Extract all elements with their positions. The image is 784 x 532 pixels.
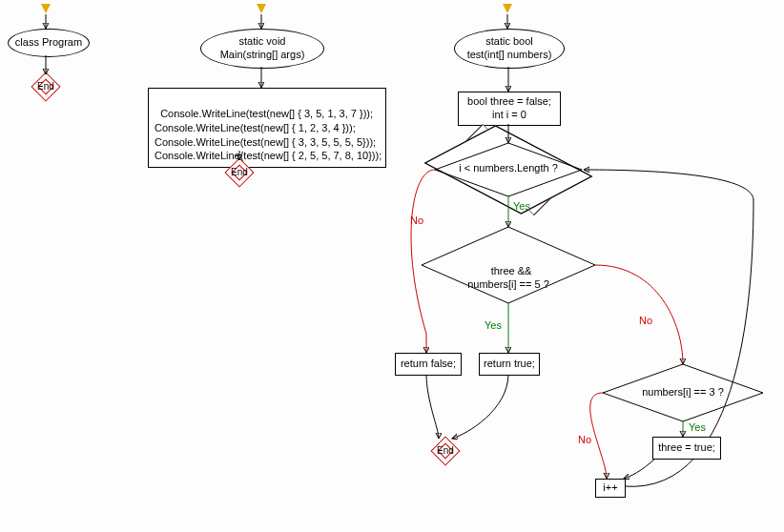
edge-label-no: No [578,434,591,445]
init-text: bool three = false; int i = 0 [467,95,551,122]
process-return-false: return false; [395,353,462,376]
main-signature-label: static void Main(string[] args) [220,35,305,62]
cond1-text: i < numbers.Length ? [459,162,558,174]
decision-cond3-label: numbers[i] == 3 ? [626,386,740,399]
process-main-body: Console.WriteLine(test(new[] { 3, 5, 1, … [148,88,386,168]
end-label: End [231,167,248,177]
cond2-text: three && numbers[i] == 5 ? [467,265,549,290]
process-increment: i++ [595,479,626,498]
edge-label-no: No [639,315,652,326]
end-label: End [437,445,454,456]
process-return-true: return true; [479,353,540,376]
edge-label-yes: Yes [513,200,530,212]
ellipse-test-signature: static bool test(int[] numbers) [454,29,565,69]
set-three-text: three = true; [658,441,715,455]
edge-label-yes: Yes [485,319,502,331]
test-signature-label: static bool test(int[] numbers) [467,35,552,62]
cond3-text: numbers[i] == 3 ? [642,386,724,398]
end-label: End [37,81,54,92]
entry-arrow-icon [503,4,512,13]
return-true-text: return true; [484,358,535,371]
process-set-three: three = true; [652,437,721,460]
edge-label-yes: Yes [689,421,706,433]
class-program-label: class Program [15,36,82,50]
process-init: bool three = false; int i = 0 [458,92,561,126]
decision-cond1-label: i < numbers.Length ? [448,162,568,175]
increment-text: i++ [603,481,617,495]
ellipse-class-program: class Program [8,29,90,57]
decision-cond2-label: three && numbers[i] == 5 ? [450,252,567,291]
ellipse-main-signature: static void Main(string[] args) [200,29,324,69]
main-body-text: Console.WriteLine(test(new[] { 3, 5, 1, … [155,108,382,162]
return-false-text: return false; [401,358,456,371]
entry-arrow-icon [41,4,51,13]
edge-label-no: No [410,215,423,226]
entry-arrow-icon [257,4,266,13]
